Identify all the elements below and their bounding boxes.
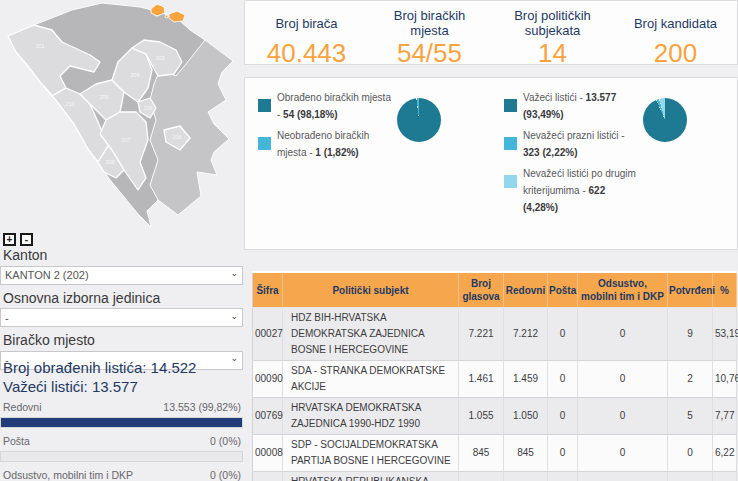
legend-swatch-icon: [258, 99, 271, 112]
progress-bar-block: Pošta0 (0%): [0, 435, 243, 462]
bar-value: 0 (0%): [210, 435, 241, 448]
cell-value: 7.221: [459, 308, 504, 361]
kanton-label: Kanton: [3, 247, 243, 263]
cell-politicki-subjekt: HDZ BIH-HRVATSKA DEMOKRATSKA ZAJEDNICA B…: [283, 308, 459, 361]
stats-card: Broj birača 40.443 Broj biračkih mjesta …: [244, 0, 738, 65]
legend-item: Nevažeći prazni listići - 323 (2,22%): [504, 127, 643, 161]
legend-text: Nevažeći prazni listići - 323 (2,22%): [523, 127, 643, 161]
cell-value: 0: [578, 361, 668, 398]
cell-politicki-subjekt: HRVATSKA REPUBLIKANSKA STRANKA: [283, 472, 459, 481]
map-zoom-in-button[interactable]: +: [3, 233, 16, 246]
stat-label: Broj kandidata: [614, 7, 737, 39]
cell-value: 0: [548, 308, 578, 361]
column-header: Pošta: [548, 272, 578, 308]
osnovna-izborna-jedinica-label: Osnovna izborna jedinica: [3, 290, 243, 306]
map-label-201: 201: [35, 43, 44, 49]
legend-item: Obrađeno biračkih mjesta - 54 (98,18%): [258, 89, 397, 123]
kanton-select[interactable]: KANTON 2 (202): [0, 266, 243, 285]
stat-broj-kandidata: Broj kandidata 200: [614, 1, 737, 64]
bar-label: Redovni: [3, 401, 42, 414]
cell-value: 550: [504, 472, 548, 481]
column-header: Politički subjekt: [283, 272, 459, 308]
cell-value: 9: [668, 308, 713, 361]
cell-value: 2: [668, 361, 713, 398]
map-region-canton-202-dot[interactable]: [165, 15, 168, 18]
left-panel: 201 210 206 204 203 209 207 208 205 + - …: [0, 0, 243, 481]
stat-broj-birackih-mjesta: Broj biračkih mjesta 54/55: [368, 1, 491, 64]
cell-sifra: 00769: [253, 398, 283, 435]
legend-item: Važeći listići - 13.577 (93,49%): [504, 89, 643, 123]
cell-politicki-subjekt: SDA - STRANKA DEMOKRATSKE AKCIJE: [283, 361, 459, 398]
progress-bar-block: Redovni13.553 (99,82%): [0, 401, 243, 428]
map-zoom-out-button[interactable]: -: [20, 233, 33, 246]
column-header: %: [713, 272, 737, 308]
cell-value: 0: [548, 472, 578, 481]
cell-value: 4,05: [713, 472, 737, 481]
legend-swatch-icon: [504, 99, 517, 112]
column-header: Šifra: [253, 272, 283, 308]
legend-swatch-icon: [504, 175, 517, 188]
legend-text: Nevažeći listići po drugim kriterijumima…: [523, 165, 643, 216]
table-row: 00090SDA - STRANKA DEMOKRATSKE AKCIJE1.4…: [253, 361, 737, 398]
bar-label: Odsustvo, mobilni tim i DKP: [3, 469, 133, 481]
stat-value: 200: [614, 39, 737, 67]
table-row: 01705HRVATSKA REPUBLIKANSKA STRANKA55055…: [253, 472, 737, 481]
cell-value: 5: [668, 398, 713, 435]
cell-value: 0: [548, 398, 578, 435]
table-row: 00008SDP - SOCIJALDEMOKRATSKA PARTIJA BO…: [253, 435, 737, 472]
processing-status-pie: [397, 98, 441, 142]
biracko-mjesto-label: Biračko mjesto: [3, 332, 243, 348]
cell-sifra: 01705: [253, 472, 283, 481]
legend-swatch-icon: [504, 137, 517, 150]
cell-value: 1.461: [459, 361, 504, 398]
map-label-209: 209: [143, 105, 152, 111]
cell-value: 845: [504, 435, 548, 472]
bar-track: [0, 417, 243, 428]
bar-value: 0 (0%): [210, 469, 241, 481]
column-header: Broj glasova: [459, 272, 504, 308]
map-label-207: 207: [121, 137, 130, 143]
results-table: ŠifraPolitički subjektBroj glasovaRedovn…: [252, 271, 737, 481]
stat-broj-biraca: Broj birača 40.443: [245, 1, 368, 64]
table-row: 00027HDZ BIH-HRVATSKA DEMOKRATSKA ZAJEDN…: [253, 308, 737, 361]
legend-swatch-icon: [258, 137, 271, 150]
cell-politicki-subjekt: SDP - SOCIJALDEMOKRATSKA PARTIJA BOSNE I…: [283, 435, 459, 472]
column-header: Potvrđeni: [668, 272, 713, 308]
cell-value: 10,76: [713, 361, 737, 398]
map-label-208: 208: [105, 159, 114, 165]
stat-value: 54/55: [368, 39, 491, 67]
legend-text: Obrađeno biračkih mjesta - 54 (98,18%): [277, 89, 397, 123]
map-zoom-controls: + -: [3, 233, 33, 246]
legend-item: Neobrađeno biračkih mjesta - 1 (1,82%): [258, 127, 397, 161]
cell-value: 845: [459, 435, 504, 472]
legend-text: Neobrađeno biračkih mjesta - 1 (1,82%): [277, 127, 397, 161]
bar-value: 13.553 (99,82%): [163, 401, 241, 414]
valid-ballots-total: Važeći listići: 13.577: [0, 377, 243, 396]
column-header: Odsustvo, mobilni tim i DKP: [578, 272, 668, 308]
map-label-203: 203: [155, 55, 164, 61]
stat-label: Broj birača: [245, 7, 368, 39]
filter-panel: Kanton KANTON 2 (202) ⌄ Osnovna izborna …: [0, 247, 243, 375]
cell-value: 6,22: [713, 435, 737, 472]
cell-value: 7.212: [504, 308, 548, 361]
cell-value: 1.050: [504, 398, 548, 435]
osnovna-izborna-jedinica-select[interactable]: -: [0, 308, 243, 327]
table-row: 00769HRVATSKA DEMOKRATSKA ZAJEDNICA 1990…: [253, 398, 737, 435]
result-bars: Redovni13.553 (99,82%)Pošta0 (0%)Odsustv…: [0, 401, 243, 481]
stat-broj-politickih-subjekata: Broj političkih subjekata 14: [491, 1, 614, 64]
cell-value: 1.055: [459, 398, 504, 435]
cell-sifra: 00090: [253, 361, 283, 398]
results-table-body: 00027HDZ BIH-HRVATSKA DEMOKRATSKA ZAJEDN…: [253, 308, 737, 481]
map-label-206: 206: [99, 94, 108, 100]
stat-value: 14: [491, 39, 614, 67]
cell-sifra: 00008: [253, 435, 283, 472]
bar-label: Pošta: [3, 435, 30, 448]
map-region-canton-202-east[interactable]: [169, 11, 185, 22]
cell-value: 1.459: [504, 361, 548, 398]
cell-value: 550: [459, 472, 504, 481]
map-bosnia[interactable]: 201 210 206 204 203 209 207 208 205: [0, 0, 238, 232]
map-label-204: 204: [130, 72, 139, 78]
map-region-canton-202-west[interactable]: [151, 4, 165, 16]
pie-charts-card: Obrađeno biračkih mjesta - 54 (98,18%)Ne…: [244, 77, 738, 250]
map-label-210: 210: [65, 101, 74, 107]
